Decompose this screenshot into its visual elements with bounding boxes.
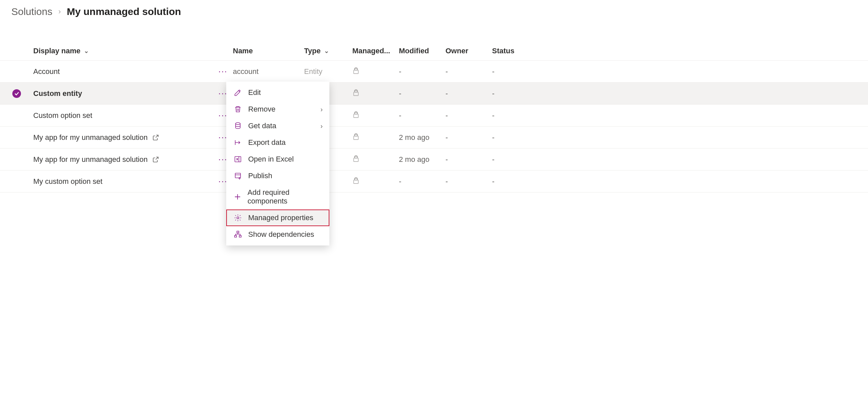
menu-item-export-data[interactable]: Export data	[226, 134, 329, 151]
column-display-name[interactable]: Display name ⌄	[33, 47, 213, 55]
managed-cell	[352, 111, 399, 120]
column-label: Display name	[33, 47, 81, 55]
chevron-down-icon: ⌄	[84, 47, 89, 55]
menu-item-show-dependencies[interactable]: Show dependencies	[226, 226, 329, 243]
owner-cell: -	[445, 89, 492, 98]
display-name-text: Custom option set	[33, 111, 92, 120]
menu-item-label: Edit	[248, 88, 261, 97]
managed-cell	[352, 177, 399, 186]
display-name-text: Account	[33, 67, 60, 76]
owner-cell: -	[445, 133, 492, 142]
lock-icon	[352, 133, 360, 140]
status-cell: -	[492, 155, 525, 164]
menu-item-label: Add required components	[248, 188, 322, 205]
status-cell: -	[492, 177, 525, 186]
column-status[interactable]: Status	[492, 47, 525, 55]
lock-icon	[352, 111, 360, 118]
solution-components-table: Display name ⌄ Name Type ⌄ Managed... Mo…	[0, 41, 868, 193]
chevron-right-icon: ›	[320, 122, 323, 130]
table-header: Display name ⌄ Name Type ⌄ Managed... Mo…	[0, 41, 868, 61]
menu-item-label: Get data	[248, 122, 276, 130]
owner-cell: -	[445, 111, 492, 120]
menu-item-remove[interactable]: Remove›	[226, 101, 329, 118]
owner-cell: -	[445, 155, 492, 164]
chevron-right-icon: ›	[320, 106, 323, 113]
table-row[interactable]: My app for my unmanaged solution···iven …	[0, 126, 868, 149]
column-type[interactable]: Type ⌄	[304, 47, 352, 55]
status-cell: -	[492, 89, 525, 98]
row-more-actions[interactable]: ···	[213, 66, 233, 77]
table-row[interactable]: My app for my unmanaged solution···ensio…	[0, 149, 868, 171]
table-row[interactable]: Custom option set···et---	[0, 105, 868, 126]
menu-item-label: Publish	[248, 172, 272, 180]
status-cell: -	[492, 67, 525, 76]
export-icon	[234, 138, 242, 147]
gear-icon	[234, 213, 242, 222]
menu-item-get-data[interactable]: Get data›	[226, 118, 329, 134]
pencil-icon	[234, 88, 242, 97]
menu-item-label: Open in Excel	[248, 155, 294, 164]
modified-cell: 2 mo ago	[399, 133, 445, 142]
owner-cell: -	[445, 177, 492, 186]
owner-cell: -	[445, 67, 492, 76]
table-row[interactable]: Account···accountEntity---	[0, 61, 868, 83]
menu-item-label: Remove	[248, 105, 276, 114]
trash-icon	[234, 105, 242, 114]
column-owner[interactable]: Owner	[445, 47, 492, 55]
menu-item-managed-properties[interactable]: Managed properties	[226, 209, 329, 226]
menu-item-label: Managed properties	[248, 213, 313, 222]
column-name[interactable]: Name	[233, 47, 304, 55]
modified-cell: -	[399, 111, 445, 120]
column-modified[interactable]: Modified	[399, 47, 445, 55]
display-name-cell[interactable]: Custom option set	[33, 111, 213, 120]
selected-check-icon	[12, 89, 21, 98]
display-name-cell[interactable]: Account	[33, 67, 213, 76]
hierarchy-icon	[234, 230, 242, 239]
breadcrumb-current: My unmanaged solution	[67, 6, 181, 17]
display-name-cell[interactable]: My custom option set	[33, 177, 213, 186]
modified-cell: 2 mo ago	[399, 155, 445, 164]
display-name-cell[interactable]: My app for my unmanaged solution	[33, 133, 213, 142]
column-label: Status	[492, 47, 514, 55]
menu-item-add-required-components[interactable]: Add required components	[226, 184, 329, 209]
modified-cell: -	[399, 89, 445, 98]
plus-icon	[234, 193, 242, 201]
column-label: Owner	[445, 47, 468, 55]
chevron-right-icon: ›	[58, 7, 61, 16]
lock-icon	[352, 155, 360, 162]
modified-cell: -	[399, 177, 445, 186]
type-cell: Entity	[304, 67, 352, 76]
modified-cell: -	[399, 67, 445, 76]
column-managed[interactable]: Managed...	[352, 47, 399, 55]
display-name-cell[interactable]: Custom entity	[33, 89, 213, 98]
name-cell: account	[233, 67, 304, 76]
display-name-text: My app for my unmanaged solution	[33, 133, 148, 142]
managed-cell	[352, 89, 399, 98]
database-icon	[234, 122, 242, 130]
menu-item-open-in-excel[interactable]: Open in Excel	[226, 151, 329, 168]
excel-icon	[234, 155, 242, 164]
menu-item-label: Show dependencies	[248, 230, 314, 239]
lock-icon	[352, 67, 360, 74]
display-name-text: My custom option set	[33, 177, 102, 186]
menu-item-edit[interactable]: Edit	[226, 84, 329, 101]
table-row[interactable]: My custom option set···et---	[0, 171, 868, 193]
chevron-down-icon: ⌄	[324, 47, 329, 55]
breadcrumb: Solutions › My unmanaged solution	[0, 0, 868, 17]
lock-icon	[352, 177, 360, 184]
breadcrumb-parent[interactable]: Solutions	[11, 6, 52, 17]
menu-item-publish[interactable]: Publish	[226, 168, 329, 184]
publish-icon	[234, 172, 242, 180]
external-link-icon	[152, 134, 159, 141]
managed-cell	[352, 67, 399, 76]
display-name-text: Custom entity	[33, 89, 82, 98]
table-row[interactable]: Custom entity···---	[0, 83, 868, 105]
column-label: Type	[304, 47, 321, 55]
lock-icon	[352, 89, 360, 96]
managed-cell	[352, 155, 399, 164]
external-link-icon	[152, 156, 159, 163]
display-name-cell[interactable]: My app for my unmanaged solution	[33, 155, 213, 164]
column-label: Modified	[399, 47, 429, 55]
status-cell: -	[492, 111, 525, 120]
context-menu: EditRemove›Get data›Export dataOpen in E…	[226, 82, 329, 245]
